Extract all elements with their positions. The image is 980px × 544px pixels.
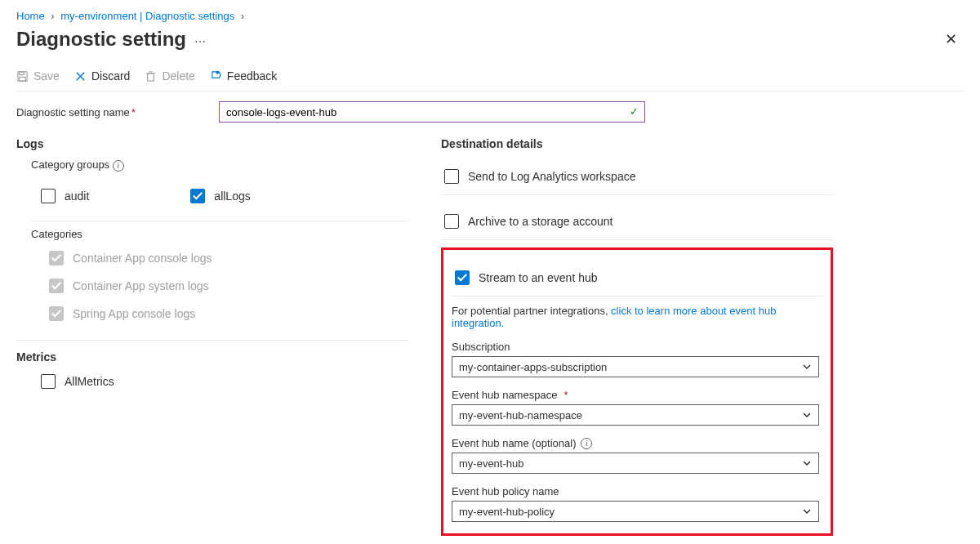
toolbar: Save Discard Delete Feedback bbox=[16, 69, 964, 91]
svg-rect-5 bbox=[148, 73, 154, 80]
page-title: Diagnostic setting bbox=[16, 28, 186, 51]
breadcrumb: Home › my-environment | Diagnostic setti… bbox=[16, 10, 964, 22]
feedback-button[interactable]: Feedback bbox=[210, 69, 277, 82]
svg-rect-1 bbox=[20, 71, 24, 74]
subscription-select[interactable]: my-container-apps-subscription bbox=[452, 356, 819, 377]
chevron-right-icon: › bbox=[51, 10, 54, 22]
destination-heading: Destination details bbox=[441, 137, 833, 150]
alllogs-checkbox[interactable] bbox=[190, 189, 205, 203]
delete-icon bbox=[145, 70, 157, 82]
feedback-icon bbox=[210, 70, 222, 82]
breadcrumb-env[interactable]: my-environment | Diagnostic settings bbox=[60, 10, 234, 22]
policy-label: Event hub policy name bbox=[452, 485, 822, 497]
allmetrics-checkbox[interactable] bbox=[41, 374, 56, 389]
save-button[interactable]: Save bbox=[16, 69, 60, 82]
chevron-down-icon bbox=[802, 458, 812, 468]
namespace-select[interactable]: my-event-hub-namespace bbox=[452, 404, 819, 426]
archive-checkbox[interactable] bbox=[444, 214, 459, 229]
discard-icon bbox=[74, 70, 87, 82]
partner-integration-text: For potential partner integrations, clic… bbox=[452, 305, 822, 329]
namespace-label: Event hub namespace* bbox=[452, 389, 822, 401]
chevron-down-icon bbox=[802, 362, 812, 372]
setting-name-label: Diagnostic setting name* bbox=[16, 106, 204, 118]
cat-console-checkbox bbox=[49, 251, 64, 265]
chevron-down-icon bbox=[802, 410, 812, 420]
eventhub-highlight: Stream to an event hub For potential par… bbox=[441, 247, 833, 536]
svg-rect-2 bbox=[20, 77, 26, 81]
chevron-right-icon: › bbox=[241, 10, 244, 22]
metrics-heading: Metrics bbox=[16, 350, 408, 363]
breadcrumb-home[interactable]: Home bbox=[16, 10, 45, 22]
info-icon[interactable]: i bbox=[581, 438, 592, 449]
close-icon[interactable]: ✕ bbox=[938, 27, 964, 51]
policy-select[interactable]: my-event-hub-policy bbox=[452, 501, 819, 522]
subscription-label: Subscription bbox=[452, 341, 822, 353]
check-icon: ✓ bbox=[630, 105, 639, 118]
category-groups-label: Category groups i bbox=[31, 158, 408, 172]
eventhub-name-select[interactable]: my-event-hub bbox=[452, 453, 819, 474]
save-icon bbox=[16, 70, 29, 82]
more-icon[interactable]: ⋯ bbox=[194, 35, 206, 48]
chevron-down-icon bbox=[802, 506, 812, 516]
audit-checkbox[interactable] bbox=[41, 189, 56, 203]
info-icon[interactable]: i bbox=[113, 160, 124, 172]
log-analytics-checkbox[interactable] bbox=[444, 169, 459, 184]
delete-button[interactable]: Delete bbox=[145, 69, 194, 82]
categories-label: Categories bbox=[31, 228, 408, 240]
logs-heading: Logs bbox=[16, 137, 408, 150]
svg-point-8 bbox=[216, 71, 219, 74]
eventhub-checkbox[interactable] bbox=[455, 270, 470, 285]
cat-system-checkbox bbox=[49, 279, 64, 293]
eventhub-name-label: Event hub name (optional) i bbox=[452, 437, 822, 449]
setting-name-input[interactable] bbox=[219, 101, 645, 123]
cat-spring-checkbox bbox=[49, 306, 64, 321]
discard-button[interactable]: Discard bbox=[74, 69, 130, 82]
